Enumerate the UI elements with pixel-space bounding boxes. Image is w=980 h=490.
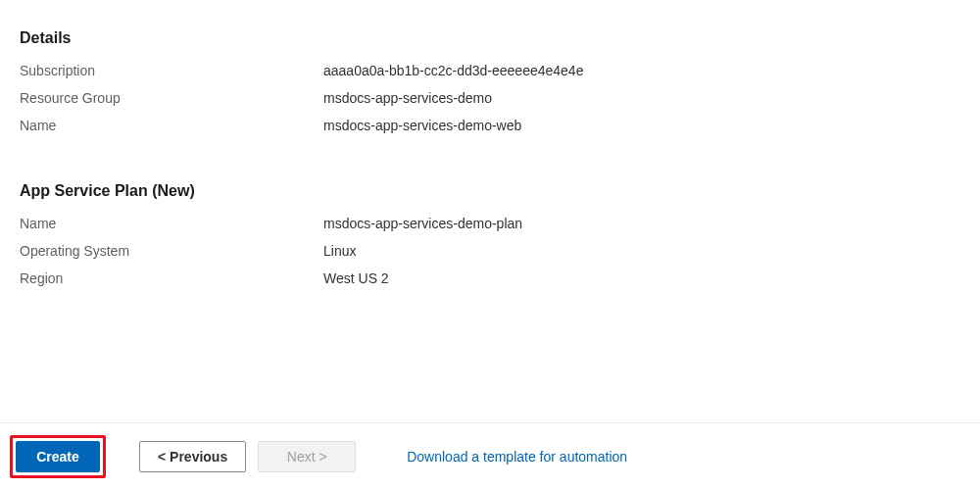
details-heading: Details — [20, 29, 960, 47]
next-button: Next > — [258, 441, 356, 472]
kv-label: Subscription — [20, 61, 323, 80]
create-button-highlight: Create — [10, 435, 106, 478]
kv-value: msdocs-app-services-demo-web — [323, 116, 521, 135]
kv-row-resource-group: Resource Group msdocs-app-services-demo — [20, 88, 960, 108]
plan-heading: App Service Plan (New) — [20, 182, 960, 200]
kv-row-subscription: Subscription aaaa0a0a-bb1b-cc2c-dd3d-eee… — [20, 61, 960, 80]
kv-label: Name — [20, 116, 323, 135]
kv-label: Operating System — [20, 241, 323, 261]
kv-label: Region — [20, 269, 323, 288]
download-template-link[interactable]: Download a template for automation — [407, 449, 627, 465]
create-button[interactable]: Create — [16, 441, 100, 472]
kv-value: Linux — [323, 241, 356, 261]
kv-value: West US 2 — [323, 269, 389, 288]
details-section: Details Subscription aaaa0a0a-bb1b-cc2c-… — [20, 29, 960, 135]
kv-row-region: Region West US 2 — [20, 269, 960, 288]
kv-label: Resource Group — [20, 88, 323, 108]
kv-row-name: Name msdocs-app-services-demo-web — [20, 116, 960, 135]
kv-value: aaaa0a0a-bb1b-cc2c-dd3d-eeeeee4e4e4e — [323, 61, 583, 80]
app-service-plan-section: App Service Plan (New) Name msdocs-app-s… — [20, 182, 960, 288]
kv-row-operating-system: Operating System Linux — [20, 241, 960, 261]
summary-content: Details Subscription aaaa0a0a-bb1b-cc2c-… — [0, 0, 980, 288]
previous-button[interactable]: < Previous — [139, 441, 246, 472]
kv-value: msdocs-app-services-demo — [323, 88, 492, 108]
kv-label: Name — [20, 214, 323, 233]
kv-value: msdocs-app-services-demo-plan — [323, 214, 522, 233]
kv-row-plan-name: Name msdocs-app-services-demo-plan — [20, 214, 960, 233]
wizard-footer: Create < Previous Next > Download a temp… — [0, 422, 980, 490]
